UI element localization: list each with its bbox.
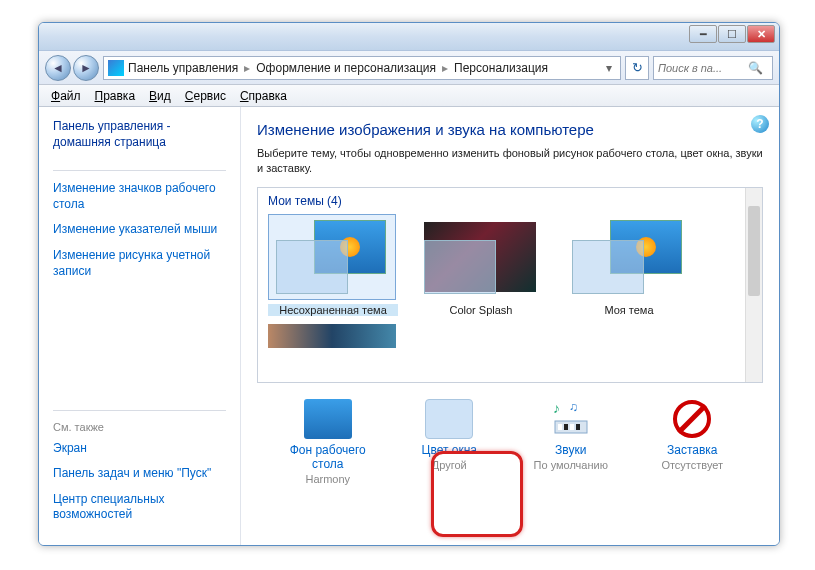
refresh-button[interactable]: ↻ — [625, 56, 649, 80]
forward-button[interactable]: ► — [73, 55, 99, 81]
control-panel-icon — [108, 60, 124, 76]
breadcrumb-leaf[interactable]: Персонализация — [454, 61, 548, 75]
menu-edit[interactable]: Правка — [95, 89, 136, 103]
sound-icon: ♪♫ — [547, 399, 595, 439]
breadcrumb-mid[interactable]: Оформление и персонализация — [256, 61, 436, 75]
color-icon — [425, 399, 473, 439]
svg-rect-3 — [558, 424, 562, 430]
main-pane: ? Изменение изображения и звука на компь… — [241, 107, 779, 545]
scrollbar-thumb[interactable] — [748, 206, 760, 296]
setting-label: Звуки — [516, 443, 626, 457]
chevron-right-icon: ▸ — [244, 61, 250, 75]
menu-bar: Файл Правка Вид Сервис Справка — [39, 85, 779, 107]
setting-value: Другой — [394, 459, 504, 471]
setting-label: Фон рабочего стола — [273, 443, 383, 471]
titlebar[interactable]: ━ ☐ ✕ — [39, 23, 779, 51]
menu-help[interactable]: Справка — [240, 89, 287, 103]
sidebar-link-pointers[interactable]: Изменение указателей мыши — [53, 222, 226, 238]
maximize-button[interactable]: ☐ — [718, 25, 746, 43]
saver-icon — [668, 399, 716, 439]
sidebar-link-display[interactable]: Экран — [53, 441, 226, 457]
help-icon[interactable]: ? — [751, 115, 769, 133]
svg-text:♫: ♫ — [569, 400, 578, 414]
svg-rect-5 — [570, 424, 574, 430]
theme-thumbnail — [268, 214, 396, 300]
control-panel-window: ━ ☐ ✕ ◄ ► Панель управления ▸ Оформление… — [38, 22, 780, 546]
setting-sound[interactable]: ♪♫ЗвукиПо умолчанию — [516, 399, 626, 485]
desktop-icon — [304, 399, 352, 439]
themes-list: Мои темы (4) Несохраненная темаColor Spl… — [257, 187, 763, 383]
scrollbar[interactable] — [745, 188, 762, 382]
setting-color[interactable]: Цвет окнаДругой — [394, 399, 504, 485]
back-button[interactable]: ◄ — [45, 55, 71, 81]
close-button[interactable]: ✕ — [747, 25, 775, 43]
theme-item[interactable]: Color Splash — [416, 214, 546, 316]
divider — [53, 410, 226, 411]
setting-saver[interactable]: ЗаставкаОтсутствует — [637, 399, 747, 485]
search-icon[interactable]: 🔍 — [748, 61, 763, 75]
see-also-label: См. также — [53, 421, 226, 433]
setting-label: Заставка — [637, 443, 747, 457]
theme-name: Несохраненная тема — [268, 304, 398, 316]
search-box[interactable]: 🔍 — [653, 56, 773, 80]
setting-desktop[interactable]: Фон рабочего столаHarmony — [273, 399, 383, 485]
theme-thumbnail-partial[interactable] — [268, 324, 396, 348]
menu-tools[interactable]: Сервис — [185, 89, 226, 103]
divider — [53, 170, 226, 171]
setting-value: Отсутствует — [637, 459, 747, 471]
theme-item[interactable]: Моя тема — [564, 214, 694, 316]
theme-thumbnail — [416, 214, 544, 300]
chevron-down-icon[interactable]: ▾ — [602, 61, 616, 75]
search-input[interactable] — [658, 62, 748, 74]
themes-group-label: Мои темы (4) — [268, 194, 752, 208]
breadcrumb-root[interactable]: Панель управления — [128, 61, 238, 75]
sidebar: Панель управления - домашняя страница Из… — [39, 107, 241, 545]
svg-rect-6 — [576, 424, 580, 430]
svg-text:♪: ♪ — [553, 400, 560, 416]
chevron-right-icon: ▸ — [442, 61, 448, 75]
setting-value: Harmony — [273, 473, 383, 485]
sidebar-link-account-picture[interactable]: Изменение рисунка учетной записи — [53, 248, 226, 279]
address-bar: ◄ ► Панель управления ▸ Оформление и пер… — [39, 51, 779, 85]
theme-name: Color Splash — [416, 304, 546, 316]
menu-view[interactable]: Вид — [149, 89, 171, 103]
page-description: Выберите тему, чтобы одновременно измени… — [257, 146, 763, 177]
setting-label: Цвет окна — [394, 443, 504, 457]
setting-value: По умолчанию — [516, 459, 626, 471]
minimize-button[interactable]: ━ — [689, 25, 717, 43]
sidebar-link-taskbar[interactable]: Панель задач и меню "Пуск" — [53, 466, 226, 482]
svg-rect-4 — [564, 424, 568, 430]
sidebar-home[interactable]: Панель управления - домашняя страница — [53, 119, 226, 150]
theme-thumbnail — [564, 214, 692, 300]
sidebar-link-ease-of-access[interactable]: Центр специальных возможностей — [53, 492, 226, 523]
menu-file[interactable]: Файл — [51, 89, 81, 103]
sidebar-link-desktop-icons[interactable]: Изменение значков рабочего стола — [53, 181, 226, 212]
page-title: Изменение изображения и звука на компьют… — [257, 121, 763, 138]
theme-name: Моя тема — [564, 304, 694, 316]
breadcrumb[interactable]: Панель управления ▸ Оформление и персона… — [103, 56, 621, 80]
theme-item[interactable]: Несохраненная тема — [268, 214, 398, 316]
